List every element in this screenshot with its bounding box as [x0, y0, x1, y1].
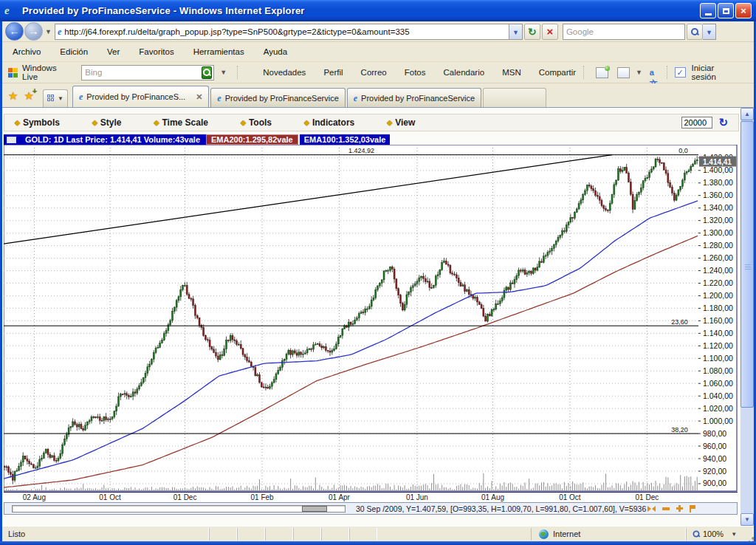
quick-tabs-button[interactable]: ▼: [43, 89, 68, 107]
chart-menu-timescale[interactable]: ◆Time Scale: [154, 117, 208, 128]
tab-1[interactable]: e Provided by ProFinanceS... ✕: [72, 86, 209, 107]
y-tick-label: 1.340,00: [703, 203, 733, 212]
menu-item-favoritos[interactable]: Favoritos: [139, 47, 173, 56]
y-tick-label: 1.380,00: [703, 178, 733, 187]
y-tick-label: 1.120,00: [703, 341, 733, 350]
window-title: Provided by ProFinanceService - Windows …: [22, 5, 305, 16]
search-options-dropdown[interactable]: ▼: [703, 24, 716, 40]
chart-menu-style[interactable]: ◆Style: [92, 117, 122, 128]
zoom-in-icon[interactable]: [676, 505, 683, 512]
restore-button[interactable]: [718, 3, 734, 18]
menu-item-archivo[interactable]: Archivo: [13, 47, 41, 56]
tab-2[interactable]: e Provided by ProFinanceService: [210, 88, 345, 107]
forward-button[interactable]: →: [24, 22, 43, 41]
translate-icon[interactable]: a文: [650, 67, 662, 78]
menu-item-ver[interactable]: Ver: [107, 47, 120, 56]
menu-item-edicion[interactable]: Edición: [60, 47, 88, 56]
chart-scroll-thumb[interactable]: [302, 506, 327, 512]
amount-input[interactable]: [681, 117, 712, 128]
recent-pages-dropdown[interactable]: ▼: [45, 28, 52, 35]
y-tick-label: 1.260,00: [703, 253, 733, 262]
chart-application: ◆Symbols ◆Style ◆Time Scale ◆Tools ◆Indi…: [2, 108, 740, 526]
level-label: 23,60: [671, 318, 688, 326]
zoom-dropdown[interactable]: ▼: [731, 531, 737, 538]
live-link-compartir[interactable]: Compartir: [539, 68, 576, 77]
level-label: 38,20: [671, 426, 688, 433]
back-button[interactable]: ←: [5, 22, 24, 41]
y-tick-label: 920,00: [703, 467, 726, 476]
refresh-chart-icon[interactable]: ↻: [718, 116, 728, 129]
x-axis-label: 01 Oct: [559, 493, 580, 501]
menu-item-ayuda[interactable]: Ayuda: [264, 47, 287, 56]
zoom-control[interactable]: 100% ▼: [686, 528, 754, 541]
chart-scroll-track[interactable]: [12, 505, 346, 513]
minimize-button[interactable]: [700, 3, 716, 18]
tab-ie-icon: e: [217, 94, 221, 103]
share-photo-icon[interactable]: [596, 67, 608, 78]
level-label: 0,0: [678, 147, 688, 154]
form-fill-dropdown[interactable]: ▼: [636, 69, 642, 76]
chart-menu-symbols[interactable]: ◆Symbols: [15, 117, 60, 128]
chart-info-bar: 30 Sep /2009, Y=1.407,59, [O=993,35, H=1…: [4, 502, 738, 515]
last-price-label: 1.414,41: [703, 158, 732, 166]
globe-icon: [539, 529, 549, 539]
status-text: Listo: [2, 528, 209, 541]
bing-search-input[interactable]: [82, 68, 202, 77]
live-link-correo[interactable]: Correo: [361, 68, 387, 77]
y-tick-label: 1.000,00: [703, 417, 733, 425]
chart-plot-svg[interactable]: 900,00920,00940,00960,00980,001.000,001.…: [4, 145, 738, 492]
tab-label: Provided by ProFinanceService: [361, 94, 475, 103]
tab-ie-icon: e: [79, 92, 83, 101]
search-go-button[interactable]: [687, 24, 703, 40]
address-dropdown[interactable]: ▼: [509, 24, 523, 40]
favorites-button[interactable]: ★: [8, 89, 18, 103]
live-link-perfil[interactable]: Perfil: [323, 68, 343, 77]
scrollbar-thumb[interactable]: [740, 121, 754, 408]
stop-button[interactable]: ×: [542, 24, 558, 40]
candlestick-chart[interactable]: 900,00920,00940,00960,00980,001.000,001.…: [4, 145, 738, 492]
tab-list-dropdown[interactable]: ▼: [58, 95, 63, 102]
form-fill-icon[interactable]: [617, 67, 630, 78]
new-tab-stub[interactable]: [483, 88, 546, 107]
chart-type-icon[interactable]: [4, 134, 19, 145]
ema100-label[interactable]: EMA100:1.352,03vale: [298, 134, 391, 145]
address-input[interactable]: e http://j64.forexpf.ru/delta/graph_popu…: [55, 24, 509, 40]
signin-button[interactable]: Iniciar sesión: [692, 64, 740, 81]
browser-scrollbar[interactable]: ▲ ▼: [740, 108, 754, 526]
zoom-level-label: 100%: [703, 529, 724, 538]
chart-legend-bar: GOLD: 1D Last Price: 1.414,41 Volume:43v…: [4, 134, 390, 145]
scroll-up-icon[interactable]: ▲: [740, 108, 754, 120]
y-tick-label: 1.160,00: [703, 316, 733, 325]
ie-icon: e: [4, 4, 18, 18]
menu-item-herramientas[interactable]: Herramientas: [193, 47, 244, 56]
live-link-fotos[interactable]: Fotos: [405, 68, 426, 77]
close-button[interactable]: ×: [735, 3, 752, 18]
y-tick-label: 980,00: [703, 429, 726, 438]
bing-search-dropdown[interactable]: ▼: [220, 69, 227, 76]
live-link-novedades[interactable]: Novedades: [263, 68, 306, 77]
chart-menu-tools[interactable]: ◆Tools: [241, 117, 272, 128]
bing-search-button[interactable]: [202, 66, 212, 79]
chart-menu-view[interactable]: ◆View: [387, 117, 415, 128]
menu-diamond-icon: ◆: [241, 119, 246, 126]
refresh-button[interactable]: ↻: [524, 24, 540, 40]
tab-label: Provided by ProFinanceS...: [86, 92, 185, 101]
live-link-calendario[interactable]: Calendario: [444, 68, 485, 77]
chart-menu-indicators[interactable]: ◆Indicators: [304, 117, 354, 128]
y-tick-label: 1.320,00: [703, 216, 733, 224]
zoom-out-icon[interactable]: [662, 507, 670, 510]
web-search-input[interactable]: [563, 27, 684, 36]
collapse-range-icon[interactable]: [647, 506, 656, 512]
live-link-msn[interactable]: MSN: [502, 68, 521, 77]
scroll-down-icon[interactable]: ▼: [740, 513, 754, 526]
tab-3[interactable]: e Provided by ProFinanceService: [347, 88, 481, 107]
tab-close-icon[interactable]: ✕: [196, 92, 202, 102]
y-tick-label: 1.280,00: [703, 241, 733, 250]
add-favorite-button[interactable]: ★: [24, 89, 33, 103]
x-axis-label: 02 Aug: [23, 493, 46, 501]
instrument-label: GOLD: 1D Last Price: 1.414,41 Volume:43v…: [19, 134, 206, 145]
flag-icon[interactable]: [690, 505, 695, 513]
refresh-icon: ↻: [528, 26, 537, 38]
menu-bar: Archivo Edición Ver Favoritos Herramient…: [2, 42, 754, 62]
ema200-label[interactable]: EMA200:1.295,82vale: [206, 134, 298, 145]
